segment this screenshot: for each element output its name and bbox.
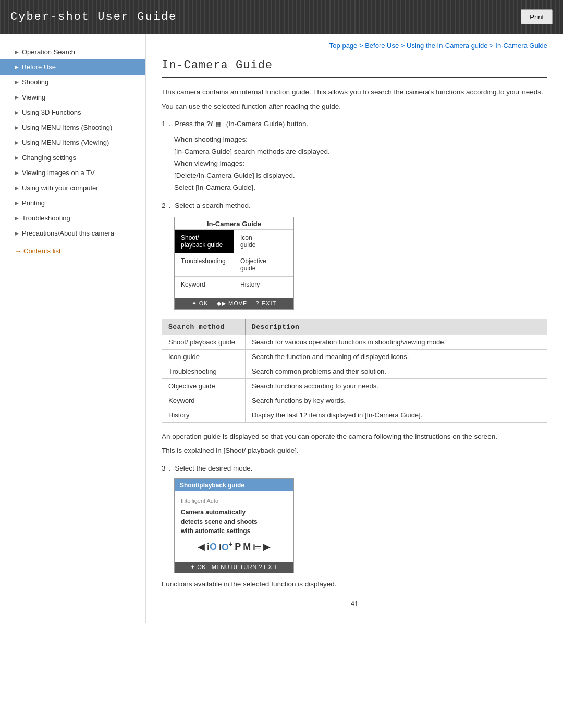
arrow-icon: ▶ — [15, 49, 19, 55]
playback-icon-m: M — [243, 540, 251, 554]
playback-icon-ia: iO — [207, 540, 217, 554]
step-2-label: 2． — [162, 202, 173, 209]
guide-cell-icon: Iconguide — [234, 230, 293, 253]
table-cell-description: Search the function and meaning of displ… — [246, 349, 547, 364]
sidebar-item-label: Using with your computer — [22, 184, 99, 192]
guide-cell-history: History — [234, 277, 293, 298]
table-cell-description: Search functions according to your needs… — [246, 378, 547, 393]
breadcrumb-sep3: > — [489, 42, 495, 50]
sidebar-item-label: Shooting — [22, 78, 48, 86]
sidebar-item-before-use[interactable]: ▶ Before Use — [0, 59, 145, 75]
table-row: History Display the last 12 items displa… — [162, 408, 547, 422]
sidebar-item-label: Using MENU items (Viewing) — [22, 139, 109, 146]
step-1-label: 1． — [162, 120, 173, 128]
print-button[interactable]: Print — [521, 9, 553, 24]
step-1-sub-2: [In-Camera Guide] search methods are dis… — [174, 146, 547, 158]
arrow-icon: ▶ — [15, 215, 19, 221]
sidebar-item-label: Using MENU items (Shooting) — [22, 124, 112, 131]
playback-guide-image: Shoot/playback guide Intelligent Auto Ca… — [174, 478, 294, 573]
sidebar-item-menu-viewing[interactable]: ▶ Using MENU items (Viewing) — [0, 135, 145, 150]
table-cell-description: Search functions by key words. — [246, 393, 547, 408]
main-content: Top page > Before Use > Using the In-Cam… — [146, 34, 563, 623]
arrow-icon: ▶ — [15, 140, 19, 145]
playback-icon-iaplus: iO+ — [219, 540, 232, 554]
contents-link-label: Contents list — [23, 247, 61, 255]
sidebar-item-label: Using 3D Functions — [22, 108, 81, 116]
search-method-table: Search method Description Shoot/ playbac… — [162, 319, 547, 423]
table-cell-method: Icon guide — [162, 349, 246, 364]
table-row: Shoot/ playback guide Search for various… — [162, 335, 547, 349]
intro-line-2: You can use the selected function after … — [162, 101, 547, 113]
breadcrumb-before-use[interactable]: Before Use — [365, 42, 399, 50]
guide-image-title: In-Camera Guide — [175, 217, 293, 230]
arrow-icon: ▶ — [15, 64, 19, 70]
guide-image-box: In-Camera Guide Shoot/playback guide Ico… — [174, 217, 294, 310]
playback-description: Camera automaticallydetects scene and sh… — [181, 508, 287, 536]
table-row: Keyword Search functions by key words. — [162, 393, 547, 408]
guide-bar: ✦ OK ◆▶ MOVE ? EXIT — [175, 298, 293, 309]
footer-text: Functions available in the selected func… — [162, 578, 547, 590]
playback-icon-iD: i═ — [253, 541, 261, 553]
breadcrumb: Top page > Before Use > Using the In-Cam… — [162, 42, 547, 50]
step-2: 2． Select a search method. — [162, 201, 547, 211]
playback-body: Intelligent Auto Camera automaticallydet… — [175, 491, 293, 562]
step-1: 1． Press the ?/▦ (In-Camera Guide) butto… — [162, 119, 547, 129]
page-layout: ▶ Operation Search ▶ Before Use ▶ Shooti… — [0, 34, 563, 623]
after-table-line-2: This is explained in [Shoot/ playback gu… — [162, 445, 547, 456]
breadcrumb-sep1: > — [359, 42, 365, 50]
arrow-icon: ▶ — [15, 109, 19, 115]
table-cell-method: Objective guide — [162, 378, 246, 393]
app-title: Cyber-shot User Guide — [10, 10, 177, 23]
step-1-sub-4: [Delete/In-Camera Guide] is displayed. — [174, 170, 547, 182]
sidebar-item-printing[interactable]: ▶ Printing — [0, 195, 145, 211]
intro-line-1: This camera contains an internal functio… — [162, 87, 547, 98]
playback-right-arrow-icon: ▶ — [263, 540, 271, 554]
table-header-method: Search method — [162, 319, 246, 335]
guide-cell-keyword: Keyword — [175, 277, 234, 298]
arrow-icon: ▶ — [15, 185, 19, 191]
arrow-icon: ▶ — [15, 79, 19, 85]
breadcrumb-current: In-Camera Guide — [495, 42, 547, 50]
sidebar-item-viewing-tv[interactable]: ▶ Viewing images on a TV — [0, 165, 145, 180]
guide-cell-objective: Objectiveguide — [234, 253, 293, 277]
sidebar-item-3d-functions[interactable]: ▶ Using 3D Functions — [0, 105, 145, 120]
step-1-text: Press the ?/▦ (In-Camera Guide) button. — [175, 120, 308, 128]
arrow-icon: ▶ — [15, 155, 19, 161]
sidebar-item-label: Troubleshooting — [22, 214, 70, 222]
step-1-sub-1: When shooting images: — [174, 134, 547, 146]
table-row: Objective guide Search functions accordi… — [162, 378, 547, 393]
step-1-content: When shooting images: [In-Camera Guide] … — [174, 134, 547, 194]
sidebar-item-operation-search[interactable]: ▶ Operation Search — [0, 44, 145, 59]
guide-cell-shoot-playback: Shoot/playback guide — [175, 230, 234, 253]
sidebar-item-menu-shooting[interactable]: ▶ Using MENU items (Shooting) — [0, 120, 145, 135]
table-cell-description: Search common problems and their solutio… — [246, 364, 547, 378]
sidebar-item-viewing[interactable]: ▶ Viewing — [0, 90, 145, 105]
sidebar-item-shooting[interactable]: ▶ Shooting — [0, 75, 145, 90]
playback-title: Shoot/playback guide — [175, 479, 293, 491]
sidebar-item-troubleshooting[interactable]: ▶ Troubleshooting — [0, 211, 145, 226]
playback-left-arrow-icon: ◀ — [198, 540, 205, 554]
arrow-icon: ▶ — [15, 200, 19, 206]
breadcrumb-top[interactable]: Top page — [329, 42, 358, 50]
arrow-icon: ▶ — [15, 230, 19, 236]
sidebar-item-computer[interactable]: ▶ Using with your computer — [0, 180, 145, 195]
sidebar-item-label: Operation Search — [22, 48, 75, 56]
step-2-text: Select a search method. — [175, 202, 251, 209]
arrow-icon: ▶ — [15, 125, 19, 130]
sidebar-item-label: Viewing — [22, 93, 45, 101]
page-title: In-Camera Guide — [162, 59, 547, 78]
sidebar-item-precautions[interactable]: ▶ Precautions/About this camera — [0, 226, 145, 241]
step-1-sub-3: When viewing images: — [174, 158, 547, 170]
table-cell-method: History — [162, 408, 246, 422]
breadcrumb-in-camera-guide-nav[interactable]: Using the In-Camera guide — [407, 42, 487, 50]
sidebar-item-label: Viewing images on a TV — [22, 169, 95, 177]
table-row: Icon guide Search the function and meani… — [162, 349, 547, 364]
table-header-description: Description — [246, 319, 547, 335]
table-cell-description: Search for various operation functions i… — [246, 335, 547, 349]
contents-list-link[interactable]: → Contents list — [0, 241, 145, 255]
table-cell-method: Keyword — [162, 393, 246, 408]
step-3: 3． Select the desired mode. — [162, 464, 547, 473]
sidebar-item-changing-settings[interactable]: ▶ Changing settings — [0, 150, 145, 165]
step-3-label: 3． — [162, 464, 173, 472]
page-number: 41 — [162, 600, 547, 608]
